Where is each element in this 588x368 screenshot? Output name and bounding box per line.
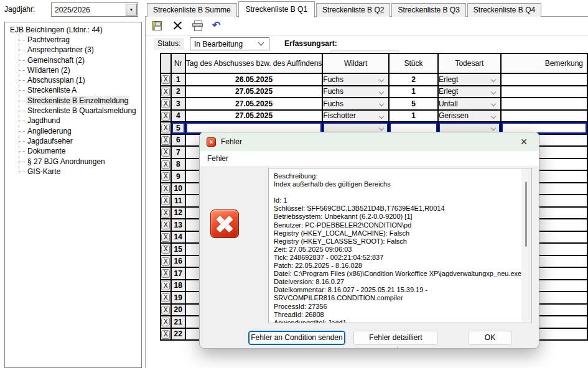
column-header-nr: Nr xyxy=(171,53,185,73)
cell-delete: X xyxy=(161,292,171,304)
chevron-down-icon xyxy=(491,101,496,106)
cell-bemerkung[interactable] xyxy=(501,98,587,110)
cell-wildart-dropdown[interactable]: Fuchs xyxy=(322,73,389,86)
cell-delete: X xyxy=(161,170,171,183)
tree-item-gis-karte[interactable]: GIS-Karte xyxy=(19,167,141,177)
tree-item-ansprechpartner-3[interactable]: Ansprechpartner (3) xyxy=(19,45,141,55)
tree-item-pachtvertrag[interactable]: Pachtvertrag xyxy=(19,35,141,45)
tree-root-node[interactable]: EJB Beichlingen (Lfdnr.: 44) xyxy=(10,25,141,35)
jagdjahr-dropdown-arrow-icon[interactable]: ▼ xyxy=(126,4,137,16)
button-fehler-an-condition-senden[interactable]: Fehler an Condition senden xyxy=(248,331,345,345)
cell-bemerkung[interactable] xyxy=(501,86,587,98)
tree-item-label: Pachtvertrag xyxy=(26,35,71,44)
row-delete-button[interactable]: X xyxy=(161,293,170,302)
cell-delete: X xyxy=(161,219,171,231)
cell-wildart-dropdown[interactable]: Fuchs xyxy=(322,86,389,98)
row-delete-button[interactable]: X xyxy=(161,88,170,96)
cell-stueck[interactable]: 1 xyxy=(389,86,438,98)
cell-delete: X xyxy=(161,110,171,122)
cell-todesart-dropdown[interactable]: Gerissen xyxy=(438,110,501,122)
save-icon xyxy=(152,21,162,30)
chevron-down-icon xyxy=(379,89,384,94)
row-delete-button[interactable]: X xyxy=(161,282,170,290)
row-delete-button[interactable]: X xyxy=(161,172,170,181)
row-delete-button[interactable]: X xyxy=(161,136,170,145)
row-delete-button[interactable]: X xyxy=(161,209,170,218)
row-delete-button[interactable]: X xyxy=(161,233,170,242)
status-dropdown[interactable]: In Bearbeitung xyxy=(190,37,269,50)
cell-nr: 13 xyxy=(171,219,185,231)
tree-item-streckenliste-b-quartalsmeldung[interactable]: Streckenliste B Quartalsmeldung xyxy=(19,106,141,116)
cell-date[interactable]: 27.05.2025 xyxy=(185,98,323,110)
row-delete-button[interactable]: X xyxy=(161,75,170,84)
tree-item-jagdhund[interactable]: Jagdhund xyxy=(19,116,141,126)
cell-bemerkung[interactable] xyxy=(501,110,587,122)
row-delete-button[interactable]: X xyxy=(161,185,170,193)
tree-item-streckenliste-b-einzelmeldung[interactable]: Streckenliste B Einzelmeldung xyxy=(19,96,141,106)
cell-bemerkung[interactable] xyxy=(501,73,587,86)
row-delete-button[interactable]: X xyxy=(161,330,170,339)
close-icon[interactable]: × xyxy=(514,133,534,150)
cell-date[interactable]: 27.05.2025 xyxy=(185,110,323,122)
ok-button[interactable]: OK xyxy=(468,331,512,345)
scrollbar-thumb[interactable] xyxy=(525,182,527,247)
cell-todesart-dropdown[interactable]: Erlegt xyxy=(438,86,501,98)
error-dialog: × Fehler × Fehler Beschreibung: Index au… xyxy=(199,132,539,349)
delete-button[interactable] xyxy=(172,21,184,30)
tab-streckenliste-b-q2[interactable]: Streckenliste B Q2 xyxy=(316,3,390,17)
row-delete-button[interactable]: X xyxy=(161,196,170,205)
cell-todesart-dropdown[interactable]: Erlegt xyxy=(438,73,501,86)
button-fehler-detailliert-anzeigen[interactable]: Fehler detailliert anzeigen xyxy=(353,331,438,345)
undo-button[interactable]: ↶ xyxy=(212,21,223,30)
cell-date[interactable]: 27.05.2025 xyxy=(185,86,323,98)
row-delete-button[interactable]: X xyxy=(161,124,170,132)
tab-streckenliste-b-q3[interactable]: Streckenliste B Q3 xyxy=(391,3,465,17)
cell-date[interactable]: 26.05.2025 xyxy=(185,73,323,86)
tree-item-label: Jagdhund xyxy=(26,116,62,125)
row-delete-button[interactable]: X xyxy=(161,221,170,229)
tree-item-wildarten-2[interactable]: Wildarten (2) xyxy=(19,65,141,75)
chevron-down-icon xyxy=(491,126,496,131)
tree-item-streckenliste-a[interactable]: Streckenliste A xyxy=(19,85,141,95)
chevron-down-icon xyxy=(491,77,496,82)
row-delete-button[interactable]: X xyxy=(161,148,170,157)
tree-item-angliederung[interactable]: Angliederung xyxy=(19,126,141,136)
row-delete-button[interactable]: X xyxy=(161,269,170,278)
row-delete-button[interactable]: X xyxy=(161,99,170,108)
row-delete-button[interactable]: X xyxy=(161,257,170,266)
cell-stueck[interactable]: 2 xyxy=(389,73,438,86)
tree-item-27-bjg-anordnungen[interactable]: § 27 BJG Anordnungen xyxy=(19,157,141,167)
tab-bar: Streckenliste B SummeStreckenliste B Q1S… xyxy=(147,1,543,17)
row-delete-button[interactable]: X xyxy=(161,112,170,121)
row-delete-button[interactable]: X xyxy=(161,245,170,254)
tree-item-gemeinschaft-2[interactable]: Gemeinschaft (2) xyxy=(19,55,141,65)
tab-streckenliste-b-q4[interactable]: Streckenliste B Q4 xyxy=(467,3,541,17)
cell-nr: 1 xyxy=(171,73,185,86)
undo-icon: ↶ xyxy=(212,20,220,30)
tree-item-jagdaufseher[interactable]: Jagdaufseher xyxy=(19,136,141,146)
save-button[interactable] xyxy=(152,21,164,30)
chevron-down-icon xyxy=(379,126,384,131)
cell-stueck[interactable]: 1 xyxy=(389,110,438,122)
row-delete-button[interactable]: X xyxy=(161,318,170,326)
cell-stueck[interactable]: 5 xyxy=(389,98,438,110)
row-delete-button[interactable]: X xyxy=(161,306,170,315)
cell-nr: 12 xyxy=(171,207,185,219)
cell-wildart-dropdown[interactable]: Fuchs xyxy=(322,98,389,110)
cell-todesart-dropdown[interactable]: Unfall xyxy=(438,98,501,110)
jagdjahr-combobox[interactable]: 2025/2026 ▼ xyxy=(51,2,138,17)
error-cross-icon xyxy=(210,209,239,238)
tab-streckenliste-b-q1[interactable]: Streckenliste B Q1 xyxy=(238,1,315,17)
chevron-down-icon xyxy=(258,40,264,46)
scrollbar-track[interactable] xyxy=(521,169,531,322)
row-delete-button[interactable]: X xyxy=(161,160,170,169)
print-button[interactable] xyxy=(192,21,203,30)
chevron-down-icon xyxy=(491,113,496,118)
cell-wildart-dropdown[interactable]: Fischotter xyxy=(322,110,389,122)
cell-nr: 17 xyxy=(171,267,185,280)
tab-streckenliste-b-summe[interactable]: Streckenliste B Summe xyxy=(147,3,237,17)
tree-item-abschussplan-1[interactable]: Abschussplan (1) xyxy=(19,75,141,85)
tree-item-dokumente[interactable]: Dokumente xyxy=(19,146,141,156)
cell-delete: X xyxy=(161,73,171,86)
cell-nr: 4 xyxy=(171,110,185,122)
